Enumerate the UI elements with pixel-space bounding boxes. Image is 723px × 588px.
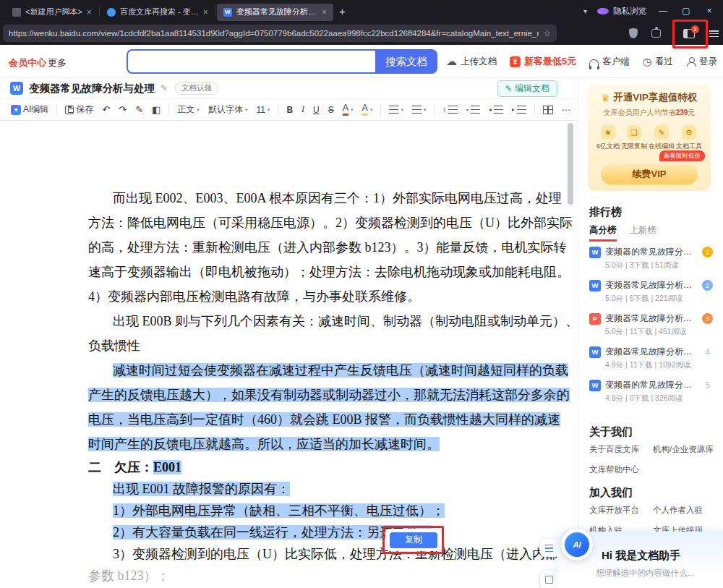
doc-line[interactable]: 产生的反馈电压越大），如果没有制动器或制动器过小，那就无法消耗这部分多余的 [88, 383, 578, 407]
strikethrough-button[interactable]: S [325, 101, 338, 118]
paragraph-style-select[interactable]: 正文 ▾ [174, 101, 203, 118]
edit-title-pencil-icon[interactable]: ✎ [161, 83, 168, 93]
browser-tab-search[interactable]: 百度文库再搜索 - 变频器维修 × [100, 4, 215, 21]
ai-edit-button[interactable]: ✦ AI编辑 [7, 101, 52, 118]
join-link-open-platform[interactable]: 文库开放平台 [589, 505, 653, 516]
header-actions: ☁ 上传文档 ¥ 新客最低5元 客户端 ◷ 看过 登录 [446, 45, 717, 78]
ranking-item[interactable]: W变频器的常见故障分析与... 5.0分 | 3下载 | 51阅读 1 [589, 246, 716, 278]
vip-promo-card[interactable]: ♛ 开通VIP享超值特权 文库会员用户人均节省239元 ★ 6亿文档 ❏ 无限复… [588, 84, 711, 191]
highlight-color-button[interactable]: A ▾ [359, 101, 377, 118]
privacy-shield-icon[interactable] [629, 28, 638, 38]
edit-document-button[interactable]: ✎ 编辑文档 [497, 80, 557, 97]
scrollbar-thumb[interactable] [568, 123, 573, 205]
insert-table-button[interactable] [539, 101, 557, 118]
doc-line[interactable]: 参数 b123）； [88, 565, 578, 587]
document-title-row: W 变频器常见故障分析与处理 ✎ 文档认领 ✎ 编辑文档 [0, 78, 578, 99]
promo-label: 新客最低5元 [524, 55, 576, 68]
copy-button[interactable]: 复制 [390, 532, 437, 548]
font-size-select[interactable]: 11 ▾ [252, 101, 273, 118]
doc-line[interactable]: 速高于变频器输出（即电机被拖动）；处理方法：去除电机拖动现象或加能耗电阻。 [88, 260, 578, 284]
person-icon [686, 57, 696, 67]
browser-tab-userscript[interactable]: <新建用户脚本> × [6, 4, 98, 21]
ai-assistant-avatar[interactable]: AI [561, 529, 593, 561]
doc-heading-line[interactable]: 二 欠压：E001 [88, 456, 578, 478]
window-minimize-button[interactable]: — [656, 6, 669, 16]
tab-high-score[interactable]: 高分榜 [589, 224, 617, 242]
more-tools-button[interactable]: ⋯ [558, 101, 574, 118]
about-link-baidu-wenku[interactable]: 关于百度文库 [589, 444, 653, 455]
doc-line[interactable]: 而出现 E002、E003、E00A 根本原因有三个：1）外部实际电网电压过高，… [88, 186, 578, 210]
alignment-select[interactable]: ▾ [385, 101, 407, 118]
doc-line[interactable]: 出现 E00B 则与下列几个因素有关：减速时间、制动器（制动电阻或制动单元）、 [88, 309, 578, 333]
doc-line[interactable]: 时间产生的反馈电压就越高。所以，应适当的加长减速时间。 [88, 432, 578, 456]
doc-line[interactable]: 方法：降低电网电压（可采用稳压电源）。2）变频器检测到的电压（U）比外部实际 [88, 210, 578, 235]
viewed-history-link[interactable]: ◷ 看过 [643, 56, 673, 68]
format-painter-button[interactable]: ✎ [132, 101, 147, 118]
font-family-select[interactable]: 默认字体 ▾ [205, 101, 252, 118]
doc-line[interactable]: 的高，处理方法：重新检测电压（进入内部参数 b123）。3）能量反馈，电机实际转 [88, 235, 578, 260]
italic-button[interactable]: I [298, 101, 308, 118]
window-maximize-button[interactable]: ▢ [680, 6, 693, 16]
search-input[interactable] [127, 49, 375, 74]
bookmark-star-icon[interactable]: ☆ [543, 28, 551, 38]
doc-line[interactable]: 电压，当电压高到一定值时（460）就会跳 E00B 报警，而负载惯性越大同样的减… [88, 407, 578, 432]
bullet-list-button[interactable]: • [463, 101, 484, 118]
login-link[interactable]: 登录 [686, 56, 717, 68]
bold-button[interactable]: B [283, 101, 296, 118]
doc-line[interactable]: 3）变频器检测到的电压（U）比实际低，处理方法：重新检测电压（进入内部 [88, 543, 578, 565]
renew-vip-button[interactable]: 续费VIP [601, 164, 698, 184]
tab-list-chevron-icon[interactable]: ▾ [583, 7, 587, 15]
browser-tab-document-active[interactable]: W 变频器常见故障分析与处理 - 百度文库 × [217, 4, 333, 21]
tab-close-icon[interactable]: × [87, 7, 92, 17]
menu-hamburger-icon[interactable] [709, 30, 719, 37]
doc-line[interactable]: 负载惯性 [88, 333, 578, 358]
paragraph-block-b: 二 欠压：E001 出现 E001 故障报警的原因有： 1）外部电网电压异常（缺… [88, 456, 578, 587]
more-link[interactable]: 更多 [48, 56, 67, 69]
line-text: 二 欠压： [88, 460, 153, 474]
line-spacing-select[interactable]: ▾ [408, 101, 430, 118]
window-close-button[interactable]: × [703, 6, 716, 16]
document-editor-canvas[interactable]: 而出现 E002、E003、E00A 根本原因有三个：1）外部实际电网电压过高，… [0, 121, 578, 588]
member-center-link[interactable]: 会员中心 [9, 56, 46, 69]
highlight-color-icon: A [362, 103, 368, 116]
url-field[interactable]: https://wenku.baidu.com/view/1cdcfdf2ba1… [3, 25, 557, 42]
doc-line[interactable]: 减速时间过短会使变频器在减速过程中产生反馈电压（减速时间越短同样的负载 [88, 358, 578, 383]
ranking-item[interactable]: W变频器的常见故障分析一... 4.9分 | 0下载 | 326阅读 5 [589, 379, 716, 411]
fullscreen-button[interactable] [540, 571, 558, 588]
new-tab-button[interactable]: + [339, 5, 346, 17]
doc-line[interactable]: 出现 E001 故障报警的原因有： [88, 478, 578, 500]
ranking-item[interactable]: W变频器常见故障分析与修... 5.0分 | 6下载 | 221阅读 2 [589, 279, 716, 311]
outdent-button[interactable]: ◂ [485, 101, 507, 118]
redo-button[interactable]: ↷ [115, 101, 130, 118]
ranking-item[interactable]: P变频器常见故障分析及... 5.0分 | 11下载 | 451阅读 3 [589, 312, 716, 344]
ordered-list-icon [448, 106, 458, 114]
upload-doc-link[interactable]: ☁ 上传文档 [446, 55, 497, 68]
line-text: 3）变频器检测到的电压（U）比实际低，处理方法：重新检测电压（进入内部 [113, 547, 558, 561]
ordered-list-button[interactable]: 1 [439, 101, 461, 118]
about-link-help-center[interactable]: 文库帮助中心 [589, 464, 653, 475]
extensions-puzzle-icon[interactable] [651, 29, 661, 38]
underline-button[interactable]: U [309, 101, 323, 118]
doc-line[interactable]: 1）外部电网电压异常（缺相、三相不平衡、电压过低）； [88, 500, 578, 521]
client-app-link[interactable]: 客户端 [589, 56, 630, 68]
join-link-personal-author[interactable]: 个人作者入驻 [653, 505, 716, 516]
eraser-button[interactable]: ◧ [148, 101, 164, 118]
collect-notes-button[interactable] [540, 539, 558, 557]
scrollbar-track[interactable] [568, 121, 573, 588]
sidebar-panel-icon[interactable]: 1 [683, 29, 695, 38]
tab-newly-added[interactable]: 上新榜 [630, 224, 657, 242]
doc-line[interactable]: 4）变频器内部电压检测电路有故障，与办事处联系维修。 [88, 284, 578, 309]
tab-close-icon[interactable]: × [322, 7, 327, 17]
about-link-enterprise-library[interactable]: 机构/企业资源库 [653, 444, 716, 455]
font-color-button[interactable]: A ▾ [339, 101, 357, 118]
new-customer-promo-link[interactable]: ¥ 新客最低5元 [510, 55, 576, 68]
search-button[interactable]: 搜索文档 [375, 49, 437, 74]
undo-button[interactable]: ↶ [98, 101, 114, 118]
doc-file-icon: W [589, 280, 601, 291]
ranking-item[interactable]: W变频器常见故障分析及排... 4.9分 | 11下载 | 1092阅读 4 [589, 346, 716, 378]
save-button[interactable]: 保存 [61, 101, 97, 118]
doc-line[interactable]: 2）有大容量负载在同一线运行，处理方法：另选电源； [88, 521, 578, 543]
tab-close-icon[interactable]: × [203, 7, 208, 17]
indent-button[interactable]: ▸ [508, 101, 530, 118]
claim-document-badge[interactable]: 文档认领 [175, 82, 218, 95]
